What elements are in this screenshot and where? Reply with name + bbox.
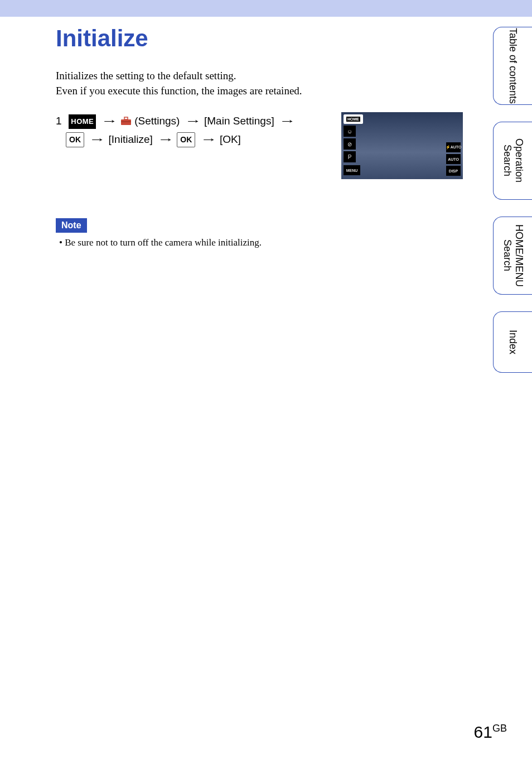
screenshot-right-column: ⚡AUTO AUTO DISP — [446, 142, 461, 176]
tab-table-of-contents[interactable]: Table of contents — [493, 27, 532, 105]
screenshot-pauto-icon: P — [344, 151, 356, 162]
tab-label: Table of contents — [507, 28, 519, 104]
screenshot-home-label: HOME — [346, 117, 360, 122]
side-navigation-tabs: Table of contents Operation Search HOME/… — [493, 27, 532, 373]
screenshot-menu-label: MENU — [344, 165, 360, 175]
tab-home-menu-search[interactable]: HOME/MENU Search — [493, 217, 532, 295]
screenshot-disp-label: DISP — [446, 166, 461, 176]
tab-label: Operation Search — [501, 122, 525, 199]
main-content: Initialize Initializes the setting to th… — [0, 17, 463, 248]
arrow-icon: → — [185, 112, 200, 129]
step-number: 1 — [56, 112, 66, 129]
note-section: Note • Be sure not to turn off the camer… — [56, 218, 463, 248]
arrow-icon: → — [89, 131, 104, 148]
ok-final-label: [OK] — [220, 133, 241, 145]
main-settings-label: [Main Settings] — [204, 115, 274, 127]
step-row: 1 HOME → (Settings) → [Main Settings] → … — [56, 112, 463, 179]
initialize-label: [Initialize] — [109, 133, 153, 145]
tab-index[interactable]: Index — [493, 311, 532, 373]
page-number: 61GB — [474, 723, 507, 742]
screenshot-off-icon: ⊘ — [344, 138, 356, 150]
arrow-icon: → — [157, 131, 172, 148]
tab-label: Index — [507, 330, 519, 354]
tab-label: HOME/MENU Search — [501, 217, 525, 294]
ok-icon: OK — [66, 132, 84, 147]
intro-line-2: Even if you execute this function, the i… — [56, 85, 302, 97]
step-instruction: 1 HOME → (Settings) → [Main Settings] → … — [56, 112, 330, 148]
camera-screenshot: HOME ☺ ⊘ P MENU ⚡AUTO AUTO DISP — [341, 112, 463, 179]
home-icon: HOME — [69, 114, 96, 128]
screenshot-home-button: HOME — [344, 114, 363, 124]
intro-line-1: Initializes the setting to the default s… — [56, 70, 236, 81]
page-number-suffix: GB — [492, 723, 507, 734]
intro-paragraph: Initializes the setting to the default s… — [56, 69, 463, 98]
page-title: Initialize — [56, 25, 463, 52]
arrow-icon: → — [200, 131, 215, 148]
screenshot-macro-icon: AUTO — [446, 154, 461, 164]
screenshot-left-column: HOME ☺ ⊘ P MENU — [344, 114, 363, 175]
screenshot-smiley-icon: ☺ — [344, 126, 356, 137]
top-blue-bar — [0, 0, 532, 17]
svg-rect-0 — [121, 119, 131, 125]
svg-rect-1 — [124, 117, 128, 119]
settings-toolbox-icon — [120, 113, 132, 131]
arrow-icon: → — [279, 112, 294, 129]
settings-label: (Settings) — [134, 115, 180, 127]
note-heading: Note — [56, 218, 87, 233]
note-bullet-text: • Be sure not to turn off the camera whi… — [56, 237, 463, 248]
ok-icon: OK — [177, 132, 195, 147]
tab-operation-search[interactable]: Operation Search — [493, 122, 532, 200]
arrow-icon: → — [100, 112, 115, 129]
page-number-value: 61 — [474, 723, 492, 741]
screenshot-flash-icon: ⚡AUTO — [446, 142, 461, 152]
